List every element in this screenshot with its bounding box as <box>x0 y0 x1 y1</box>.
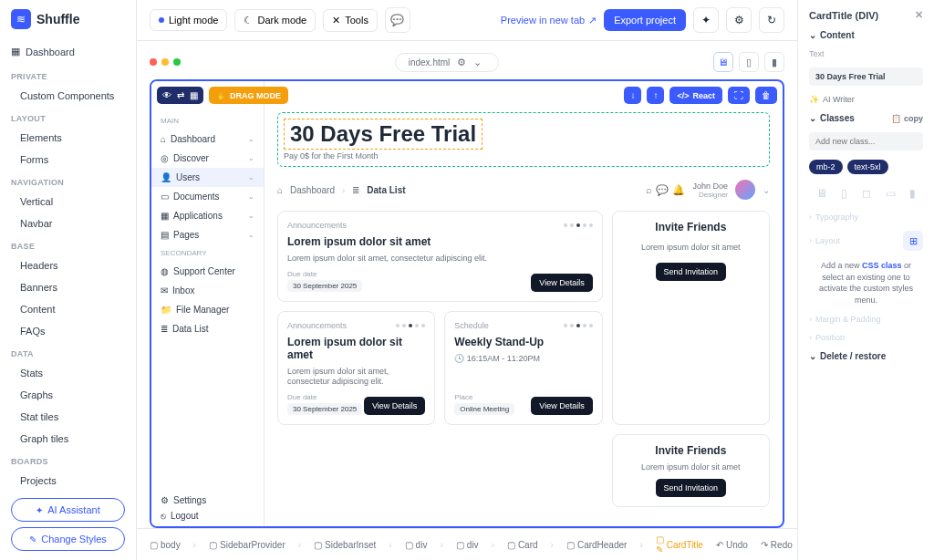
ai-assistant-button[interactable]: ✦AI Assistant <box>11 498 125 522</box>
nav-content[interactable]: Content <box>0 298 136 320</box>
preview-link[interactable]: Preview in new tab↗ <box>501 15 597 26</box>
card-schedule[interactable]: Schedule Weekly Stand-Up 🕓 16:15AM - 11:… <box>444 311 602 425</box>
nav-headers[interactable]: Headers <box>0 254 136 276</box>
nav-faqs[interactable]: FAQs <box>0 320 136 342</box>
nav-graphs[interactable]: Graphs <box>0 384 136 406</box>
inner-discover[interactable]: ◎Discover⌄ <box>151 149 264 168</box>
send-invitation-button[interactable]: Send Invitation <box>656 263 727 281</box>
nav-stat-tiles[interactable]: Stat tiles <box>0 406 136 428</box>
add-class-input[interactable] <box>809 132 923 150</box>
bc-sidebarprovider[interactable]: ▢ SidebarProvider <box>209 540 285 550</box>
expand-button[interactable]: ⛶ <box>728 87 750 104</box>
text-value[interactable]: 30 Days Free Trial <box>809 67 923 86</box>
inner-settings[interactable]: ⚙Settings <box>161 495 254 505</box>
move-up-button[interactable]: ↑ <box>647 87 664 104</box>
carousel-dots[interactable] <box>396 324 425 327</box>
inner-data-list[interactable]: ≣Data List <box>151 319 264 338</box>
nav-graph-tiles[interactable]: Graph tiles <box>0 428 136 450</box>
selected-element[interactable]: 30 Days Free Trial <box>284 119 483 150</box>
view-details-button[interactable]: View Details <box>531 397 592 415</box>
bc-cardheader[interactable]: ▢ CardHeader <box>566 540 627 550</box>
view-details-button[interactable]: View Details <box>531 274 592 292</box>
tools-button[interactable]: ✕Tools <box>323 9 378 32</box>
inner-dashboard[interactable]: ⌂Dashboard⌄ <box>151 130 264 149</box>
nav-projects[interactable]: Projects <box>0 470 136 489</box>
move-down-button[interactable]: ↓ <box>624 87 641 104</box>
gear-button[interactable]: ⚙ <box>726 7 752 33</box>
class-pill[interactable]: mb-2 <box>809 160 843 174</box>
delete-button[interactable]: 🗑 <box>755 87 777 104</box>
nav-custom-components[interactable]: Custom Components <box>0 85 136 107</box>
class-pill[interactable]: text-5xl <box>847 160 888 174</box>
card-announcement-2[interactable]: Announcements Lorem ipsum dolor sit amet… <box>277 311 435 425</box>
view-details-button[interactable]: View Details <box>364 397 425 415</box>
bc-body[interactable]: ▢ body <box>150 540 181 550</box>
section-content[interactable]: ⌄Content <box>809 30 923 40</box>
redo-button[interactable]: ↷ Redo <box>761 540 793 550</box>
avatar[interactable] <box>735 180 755 200</box>
section-layout[interactable]: ›Layout⊞ <box>809 231 923 251</box>
section-typography[interactable]: ›Typography <box>809 213 923 222</box>
close-icon[interactable]: ✕ <box>915 9 923 21</box>
bc-div2[interactable]: ▢ div <box>456 540 479 550</box>
shuffle-icon[interactable]: ⇄ <box>177 90 184 100</box>
section-position[interactable]: ›Position <box>809 333 923 342</box>
inner-file-manager[interactable]: 📁File Manager <box>151 300 264 319</box>
layout-tool-icon[interactable]: ⊞ <box>903 231 923 251</box>
change-styles-button[interactable]: ✎Change Styles <box>11 527 125 551</box>
section-margin[interactable]: ›Margin & Padding <box>809 315 923 324</box>
dark-mode-button[interactable]: ☾Dark mode <box>234 9 316 32</box>
bc-card[interactable]: ▢ Card <box>507 540 538 550</box>
chat-icon[interactable]: 💬 <box>656 184 669 196</box>
nav-dashboard[interactable]: ▦ Dashboard <box>0 38 136 65</box>
nav-stats[interactable]: Stats <box>0 362 136 384</box>
drag-mode-badge[interactable]: ✋DRAG MODE <box>209 87 288 104</box>
tablet2-icon[interactable]: ▭ <box>886 187 896 200</box>
mobile-icon[interactable]: ▮ <box>909 187 916 200</box>
carousel-dots[interactable] <box>564 223 593 227</box>
chat-button[interactable]: 💬 <box>385 7 410 33</box>
bc-div1[interactable]: ▢ div <box>405 540 428 550</box>
inner-pages[interactable]: ▤Pages⌄ <box>151 225 264 244</box>
nav-navbar[interactable]: Navbar <box>0 213 136 234</box>
bc-sidebarinset[interactable]: ▢ SidebarInset <box>314 540 376 550</box>
card-announcement-1[interactable]: Announcements Lorem ipsum dolor sit amet… <box>277 211 603 302</box>
crumb-home[interactable]: Dashboard <box>290 185 335 195</box>
chevron-down-icon[interactable]: ⌄ <box>763 185 770 195</box>
carousel-dots[interactable] <box>564 324 593 327</box>
react-badge[interactable]: </>React <box>669 87 722 104</box>
ai-writer-button[interactable]: ✨AI Writer <box>809 95 923 104</box>
tablet-icon[interactable]: ▯ <box>841 187 847 200</box>
section-delete[interactable]: ⌄Delete / restore <box>809 351 923 361</box>
inner-support[interactable]: ◍Support Center <box>151 262 264 281</box>
tablet-viewport[interactable]: ▯ <box>739 52 759 72</box>
grid-icon[interactable]: ▦ <box>190 90 198 100</box>
desktop-viewport[interactable]: 🖥 <box>713 52 733 72</box>
history-button[interactable]: ↻ <box>759 7 784 33</box>
inner-documents[interactable]: ▭Documents⌄ <box>151 187 264 206</box>
hero-section[interactable]: 30 Days Free Trial Pay 0$ for the First … <box>277 112 770 167</box>
nav-banners[interactable]: Banners <box>0 276 136 298</box>
light-mode-button[interactable]: Light mode <box>150 9 227 31</box>
section-classes[interactable]: ⌄Classes📋 copy <box>809 113 923 123</box>
undo-button[interactable]: ↶ Undo <box>716 540 748 550</box>
mobile-viewport[interactable]: ▮ <box>764 52 784 72</box>
inner-applications[interactable]: ▦Applications⌄ <box>151 206 264 225</box>
file-tab[interactable]: index.html⚙⌄ <box>395 53 500 72</box>
card-invite-1[interactable]: Invite Friends Lorem ipsum dolor sit ame… <box>612 211 770 425</box>
eye-icon[interactable]: 👁 <box>162 90 171 100</box>
inner-inbox[interactable]: ✉Inbox <box>151 281 264 300</box>
bc-cardtitle[interactable]: ▢ ✎ CardTitle <box>656 534 703 555</box>
inner-logout[interactable]: ⎋Logout <box>161 511 254 521</box>
card-invite-2[interactable]: Invite Friends Lorem ipsum dolor sit ame… <box>612 434 770 507</box>
send-invitation-button[interactable]: Send Invitation <box>656 479 727 497</box>
copy-button[interactable]: 📋 copy <box>891 114 923 123</box>
bell-icon[interactable]: 🔔 <box>672 184 685 196</box>
nav-forms[interactable]: Forms <box>0 149 136 171</box>
inner-users[interactable]: 👤Users⌄ <box>151 168 264 187</box>
search-icon[interactable]: ⌕ <box>646 184 652 196</box>
nav-vertical[interactable]: Vertical <box>0 191 136 213</box>
nav-elements[interactable]: Elements <box>0 127 136 149</box>
export-button[interactable]: Export project <box>604 9 686 31</box>
large-icon[interactable]: ◻ <box>862 187 871 200</box>
